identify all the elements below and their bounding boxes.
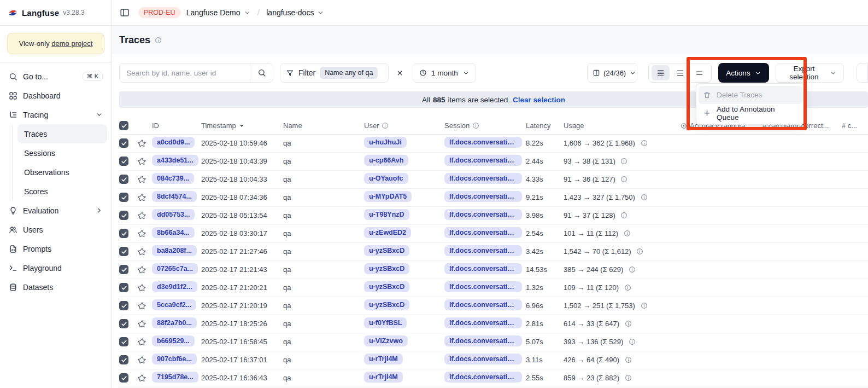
star-icon[interactable] [138,265,152,274]
column-header-timestamp[interactable]: Timestamp [201,118,283,134]
trace-id-badge[interactable]: 8b66a34... [152,227,195,238]
row-checkbox[interactable] [119,355,128,364]
filter-chip[interactable]: Name any of qa [320,67,378,79]
column-header-user[interactable]: User [364,118,444,134]
search-icon[interactable] [250,63,273,82]
trace-id-badge[interactable]: d3e9d1f2... [152,281,197,292]
star-icon[interactable] [138,356,152,364]
trace-id-badge[interactable]: ba8a208f... [152,245,197,256]
star-icon[interactable] [138,157,152,166]
row-checkbox[interactable] [119,301,128,310]
session-badge[interactable]: lf.docs.conversation... [444,245,522,256]
row-checkbox[interactable] [119,283,128,292]
row-height-small-button[interactable] [652,65,670,80]
session-badge[interactable]: lf.docs.conversation... [444,281,522,292]
session-badge[interactable]: lf.docs.conversation... [444,372,522,383]
star-icon[interactable] [138,229,152,238]
session-badge[interactable]: lf.docs.conversation... [444,173,522,184]
row-checkbox[interactable] [119,157,128,166]
sidebar-item-evaluation[interactable]: Evaluation [4,201,107,220]
sidebar-item-scores[interactable]: Scores [17,182,107,201]
session-badge[interactable]: lf.docs.conversation... [444,317,522,328]
row-checkbox[interactable] [119,193,128,202]
sidebar-item-dashboard[interactable]: Dashboard [4,86,107,105]
sidebar-item-prompts[interactable]: Prompts [4,239,107,258]
star-icon[interactable] [138,175,152,184]
user-badge[interactable]: u-VIZzvwo [364,335,408,346]
user-badge[interactable]: u-cp66Avh [364,155,408,166]
user-badge[interactable]: u-zEwdED2 [364,227,411,238]
time-range-button[interactable]: 1 month [413,63,476,83]
session-badge[interactable]: lf.docs.conversation... [444,191,522,202]
row-checkbox[interactable] [119,265,128,274]
session-badge[interactable]: lf.docs.conversation... [444,263,522,274]
sidebar-item-go-to[interactable]: Go to...⌘ K [4,67,107,86]
sidebar-item-sessions[interactable]: Sessions [17,143,107,163]
session-badge[interactable]: lf.docs.conversation... [444,354,522,364]
user-badge[interactable]: u-T98YnzD [364,209,409,220]
user-badge[interactable]: u-rTrjI4M [364,372,403,383]
session-badge[interactable]: lf.docs.conversation... [444,299,522,310]
sidebar-item-users[interactable]: Users [4,220,107,239]
row-checkbox[interactable] [119,175,128,184]
star-icon[interactable] [138,338,152,346]
column-header-id[interactable]: ID [152,118,201,134]
clear-filter-icon[interactable] [394,67,406,79]
user-badge[interactable]: u-huJhuJi [364,137,407,148]
row-checkbox[interactable] [119,337,128,346]
sidebar-item-traces[interactable]: Traces [17,124,107,143]
row-checkbox[interactable] [119,138,128,148]
star-icon[interactable] [138,320,152,328]
session-badge[interactable]: lf.docs.conversation... [444,209,522,220]
org-selector[interactable]: Langfuse Demo [186,8,251,17]
trace-id-badge[interactable]: a0cd0d9... [152,137,195,148]
project-selector[interactable]: langfuse-docs [266,8,324,17]
sidebar-item-datasets[interactable]: Datasets [4,277,107,297]
user-badge[interactable]: u-yzSBxcD [364,263,409,274]
trace-id-badge[interactable]: 88f2a7b0... [152,317,197,328]
session-badge[interactable]: lf.docs.conversation... [444,137,522,148]
star-icon[interactable] [138,139,152,148]
column-header-latency[interactable]: Latency [526,118,564,134]
user-badge[interactable]: u-yzSBxcD [364,281,409,292]
user-badge[interactable]: u-yzSBxcD [364,245,409,256]
star-icon[interactable] [138,247,152,256]
column-header-usage[interactable]: Usage [564,118,681,134]
search-input[interactable] [120,63,250,82]
sidebar-item-playground[interactable]: Playground [4,258,107,277]
clear-selection-link[interactable]: Clear selection [513,96,565,104]
session-badge[interactable]: lf.docs.conversation... [444,335,522,346]
star-icon[interactable] [138,302,152,310]
sidebar-item-observations[interactable]: Observations [17,163,107,182]
column-header-session[interactable]: Session [444,118,526,134]
row-checkbox[interactable] [119,211,128,220]
filter-button[interactable]: Filter Name any of qa [280,63,389,83]
session-badge[interactable]: lf.docs.conversation... [444,155,522,166]
star-icon[interactable] [138,374,152,383]
trace-id-badge[interactable]: 07265c7a... [152,263,198,274]
column-header-select[interactable] [119,118,138,134]
user-badge[interactable]: u-rTrjI4M [364,354,403,364]
star-icon[interactable] [138,193,152,202]
star-icon[interactable] [138,211,152,220]
column-header-c_truncated[interactable]: # c... [842,118,868,134]
row-checkbox[interactable] [119,229,128,238]
menu-item-delete-traces[interactable]: Delete Traces [699,86,802,104]
row-height-medium-button[interactable] [671,65,689,80]
trace-id-badge[interactable]: 5cca9cf2... [152,299,196,310]
column-visibility-button[interactable]: (24/36) [587,63,637,83]
select-all-checkbox[interactable] [119,121,128,130]
user-badge[interactable]: u-yzSBxcD [364,299,409,310]
row-height-large-button[interactable] [690,65,708,80]
trace-id-badge[interactable]: b669529... [152,335,195,346]
demo-project-link[interactable]: demo project [51,39,92,48]
star-icon[interactable] [138,283,152,292]
trace-id-badge[interactable]: 084c739... [152,173,194,184]
actions-button[interactable]: Actions [718,63,769,83]
user-badge[interactable]: u-MYpDAT5 [364,191,412,202]
export-selection-button[interactable]: Export selection [776,63,844,83]
trace-id-badge[interactable]: 907cbf6e... [152,354,197,364]
sidebar-toggle-icon[interactable] [120,8,130,18]
cut-off-button[interactable] [857,63,868,83]
user-badge[interactable]: u-OYauofc [364,173,408,184]
